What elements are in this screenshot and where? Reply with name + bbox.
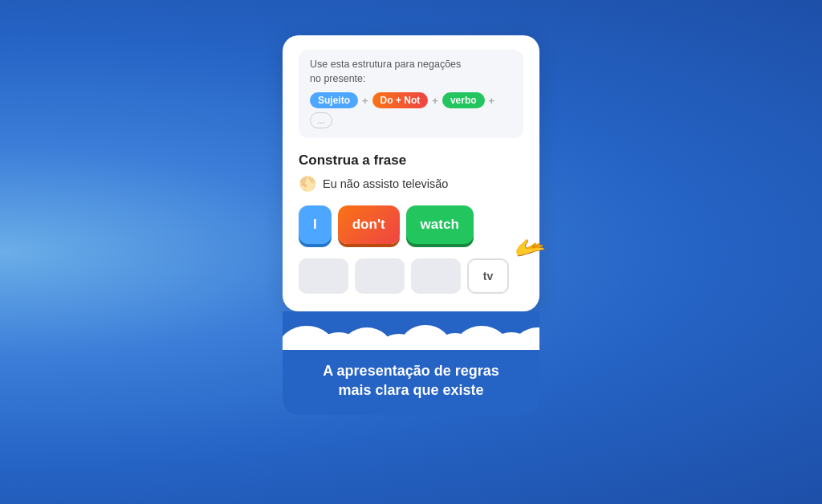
answer-slot-3 <box>411 258 461 294</box>
word-button-watch[interactable]: watch <box>406 205 474 244</box>
tag-sujeito: Sujeito <box>310 92 358 108</box>
tag-ellipsis: ... <box>310 112 332 128</box>
tag-do-not: Do + Not <box>372 92 429 108</box>
answer-slots-row: tv <box>299 258 523 294</box>
tip-text: Use esta estrutura para negações no pres… <box>310 58 512 86</box>
bottom-section: A apresentação de regras mais clara que … <box>283 311 539 415</box>
exercise-card: Use esta estrutura para negações no pres… <box>283 35 539 311</box>
word-button-i[interactable]: I <box>299 205 332 244</box>
bottom-text-area: A apresentação de regras mais clara que … <box>283 350 539 415</box>
tag-verbo: verbo <box>442 92 485 108</box>
clouds-svg <box>283 311 539 350</box>
answer-slot-1 <box>299 258 348 294</box>
formula-row: Sujeito + Do + Not + verbo + ... <box>310 92 512 128</box>
section-title: Construa a frase <box>299 152 523 169</box>
bottom-tagline: A apresentação de regras mais clara que … <box>295 361 527 400</box>
op-1: + <box>362 95 368 107</box>
word-buttons-row: I don't watch 🫴 <box>299 205 523 244</box>
sentence-row: 🌕 Eu não assisto televisão <box>299 175 523 193</box>
sentence-text: Eu não assisto televisão <box>323 177 448 190</box>
word-button-dont[interactable]: don't <box>338 205 400 244</box>
answer-slot-2 <box>355 258 405 294</box>
op-2: + <box>432 95 438 107</box>
op-3: + <box>489 95 495 107</box>
tip-box: Use esta estrutura para negações no pres… <box>299 50 523 138</box>
phone-container: Use esta estrutura para negações no pres… <box>283 35 539 469</box>
answer-slot-tv[interactable]: tv <box>467 258 509 294</box>
sun-emoji: 🌕 <box>299 175 316 193</box>
